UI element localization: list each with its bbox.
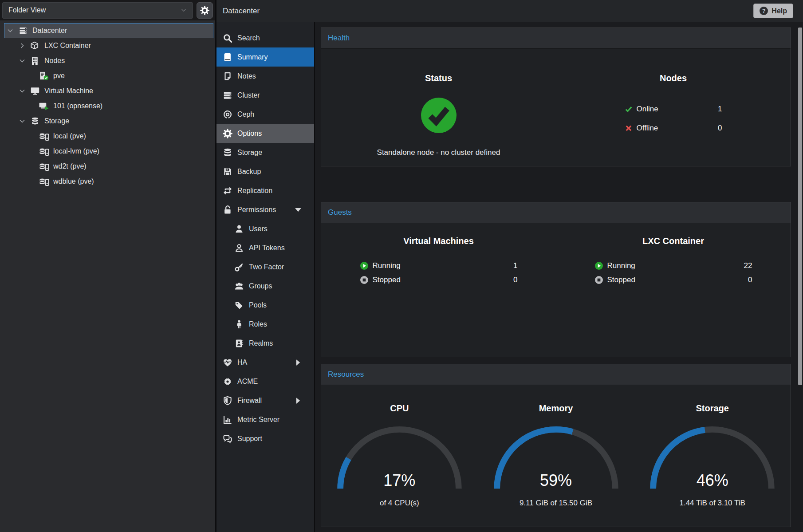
lxc-running-count: 22 <box>744 261 752 270</box>
nodes-status-column: Nodes Online 1 Offline 0 <box>556 49 791 157</box>
datacenter-nav: Search Summary Notes Cluster Ceph <box>216 22 315 532</box>
nav-item-two-factor[interactable]: Two Factor <box>216 257 314 276</box>
cpu-percent: 17% <box>334 471 465 490</box>
nav-item-acme[interactable]: ACME <box>216 372 314 391</box>
tree-item-storage-wd2t[interactable]: wd2t (pve) <box>0 159 215 174</box>
memory-heading: Memory <box>539 403 573 414</box>
memory-gauge: 59% <box>491 425 622 492</box>
server-stack-icon <box>223 91 232 100</box>
help-button[interactable]: ? Help <box>753 4 793 18</box>
online-count: 1 <box>718 105 722 114</box>
caret-right-icon[interactable] <box>19 42 26 49</box>
storage-heading: Storage <box>696 403 728 414</box>
scrollbar-thumb[interactable] <box>798 28 802 385</box>
gear-icon <box>200 6 209 15</box>
nav-item-summary[interactable]: Summary <box>216 47 314 67</box>
nav-item-options[interactable]: Options <box>216 124 314 143</box>
lxc-column: LXC Container Running 22 Stopped <box>556 223 791 288</box>
tree-item-nodes[interactable]: Nodes <box>0 53 215 68</box>
tree-item-label: Datacenter <box>32 27 67 35</box>
nav-item-replication[interactable]: Replication <box>216 181 314 200</box>
tree-item-datacenter[interactable]: Datacenter <box>4 23 213 38</box>
tree-item-vm-101[interactable]: 101 (opnsense) <box>0 99 215 114</box>
view-mode-label: Folder View <box>8 6 46 14</box>
nav-item-api-tokens[interactable]: API Tokens <box>216 238 314 257</box>
nav-item-search[interactable]: Search <box>216 28 314 47</box>
nav-item-permissions[interactable]: Permissions <box>216 200 314 219</box>
tree-item-label: Virtual Machine <box>44 87 93 95</box>
tree-item-label: Nodes <box>44 57 65 65</box>
cpu-heading: CPU <box>390 403 409 414</box>
tree-item-storage-local-lvm[interactable]: local-lvm (pve) <box>0 144 215 159</box>
vm-stopped-count: 0 <box>513 276 517 284</box>
storage-drive-icon <box>38 147 50 156</box>
note-icon <box>223 71 232 81</box>
nav-item-realms[interactable]: Realms <box>216 334 314 353</box>
nav-item-roles[interactable]: Roles <box>216 315 314 334</box>
virtual-machines-column: Virtual Machines Running 1 Stopped <box>321 223 556 288</box>
triangle-right-icon <box>293 358 303 367</box>
storage-gauge: 46% <box>647 425 778 492</box>
nav-item-notes[interactable]: Notes <box>216 67 314 86</box>
nav-item-pools[interactable]: Pools <box>216 296 314 315</box>
nav-item-metric-server[interactable]: Metric Server <box>216 410 314 429</box>
nav-item-ceph[interactable]: Ceph <box>216 105 314 124</box>
nav-item-storage[interactable]: Storage <box>216 143 314 162</box>
storage-drive-icon <box>38 177 50 186</box>
tree-item-pve[interactable]: pve <box>0 68 215 83</box>
tree-item-virtual-machine[interactable]: Virtual Machine <box>0 83 215 99</box>
node-online-icon <box>38 71 50 80</box>
caret-down-icon[interactable] <box>19 87 26 95</box>
status-message: Standalone node - no cluster defined <box>377 148 500 157</box>
cross-icon <box>625 124 633 132</box>
tree-item-lxc-container[interactable]: LXC Container <box>0 38 215 53</box>
view-mode-select[interactable]: Folder View <box>2 2 193 19</box>
database-icon <box>29 117 41 126</box>
tree-item-storage[interactable]: Storage <box>0 114 215 129</box>
shield-icon <box>223 396 232 406</box>
tree-item-storage-local[interactable]: local (pve) <box>0 129 215 144</box>
cpu-gauge: 17% <box>334 425 465 492</box>
tree-item-label: wdblue (pve) <box>53 177 94 185</box>
floppy-icon <box>223 167 232 177</box>
caret-down-icon[interactable] <box>19 57 26 64</box>
caret-down-icon[interactable] <box>7 27 14 34</box>
tree-item-storage-wdblue[interactable]: wdblue (pve) <box>0 174 215 189</box>
nav-item-users[interactable]: Users <box>216 219 314 238</box>
bar-chart-icon <box>223 415 232 425</box>
triangle-down-icon <box>293 205 303 215</box>
nodes-online-row: Online 1 <box>625 105 722 114</box>
cube-icon <box>29 41 41 50</box>
main-region: Datacenter ? Help Search Summary Note <box>216 0 803 532</box>
desktop-icon <box>29 87 41 95</box>
storage-caption: 1.44 TiB of 3.10 TiB <box>679 499 745 508</box>
tree-settings-button[interactable] <box>197 2 213 19</box>
user-icon <box>234 224 244 234</box>
address-book-icon <box>234 339 244 348</box>
health-panel: Health Status Standalone node - no clust… <box>321 28 791 166</box>
nav-item-backup[interactable]: Backup <box>216 162 314 181</box>
memory-percent: 59% <box>491 471 622 490</box>
database-icon <box>223 148 232 158</box>
nav-item-groups[interactable]: Groups <box>216 276 314 296</box>
nodes-offline-row: Offline 0 <box>625 124 722 133</box>
tree-item-label: local (pve) <box>53 132 86 140</box>
cluster-status-column: Status Standalone node - no cluster defi… <box>321 49 556 157</box>
nav-item-firewall[interactable]: Firewall <box>216 391 314 410</box>
search-icon <box>223 33 232 43</box>
resources-panel: Resources CPU 17% o <box>321 364 791 527</box>
tree-item-label: Storage <box>44 117 69 125</box>
vm-heading: Virtual Machines <box>403 236 474 246</box>
caret-down-icon[interactable] <box>19 118 26 125</box>
chevron-down-icon <box>181 7 187 13</box>
stopped-icon <box>360 276 369 284</box>
building-icon <box>29 56 41 65</box>
nav-item-ha[interactable]: HA <box>216 353 314 372</box>
resources-panel-header: Resources <box>321 364 791 385</box>
tree-item-label: pve <box>53 72 65 80</box>
gear-icon <box>223 129 232 138</box>
nav-item-support[interactable]: Support <box>216 429 314 448</box>
storage-drive-icon <box>38 132 50 141</box>
nodes-heading: Nodes <box>660 73 687 83</box>
nav-item-cluster[interactable]: Cluster <box>216 86 314 105</box>
